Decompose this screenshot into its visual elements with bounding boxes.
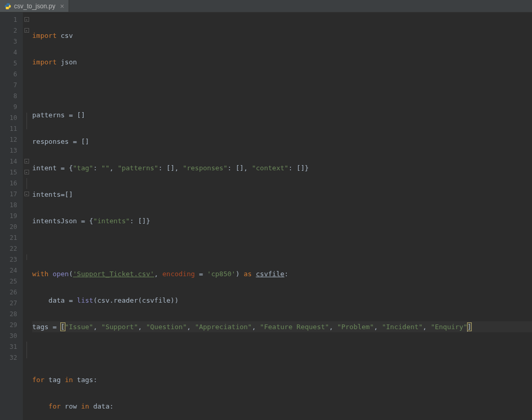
code-line: import csv <box>32 30 532 41</box>
file-tab[interactable]: csv_to_json.py × <box>0 0 69 12</box>
fold-row <box>23 113 30 124</box>
fold-row <box>23 145 30 156</box>
line-number: 21 <box>0 233 22 243</box>
line-number: 2 <box>0 25 22 36</box>
line-number: 25 <box>0 276 22 287</box>
fold-column: ----- <box>23 12 30 420</box>
fold-row <box>23 124 30 134</box>
python-file-icon <box>4 3 11 10</box>
line-number: 6 <box>0 69 22 80</box>
line-number: 18 <box>0 200 22 211</box>
close-tab-icon[interactable]: × <box>60 3 64 10</box>
code-line <box>32 242 532 253</box>
code-line: intent = {"tag": "", "patterns": [], "re… <box>32 162 532 173</box>
tab-bar: csv_to_json.py × <box>0 0 532 12</box>
fold-row <box>23 80 30 91</box>
line-number: 32 <box>0 353 22 363</box>
fold-toggle-icon[interactable]: - <box>24 159 29 164</box>
fold-row <box>23 211 30 222</box>
line-number: 8 <box>0 91 22 102</box>
tab-filename: csv_to_json.py <box>14 3 55 10</box>
fold-row: - <box>23 156 30 167</box>
fold-row <box>23 243 30 254</box>
fold-row <box>23 342 30 353</box>
line-number: 24 <box>0 265 22 276</box>
line-number: 7 <box>0 80 22 91</box>
line-number: 11 <box>0 124 22 134</box>
code-line: responses = [] <box>32 136 532 147</box>
line-number: 28 <box>0 309 22 320</box>
fold-row <box>23 178 30 189</box>
code-line-active: tags = ["Issue", "Support", "Question", … <box>32 321 532 332</box>
fold-row <box>23 233 30 243</box>
fold-toggle-icon[interactable]: - <box>24 28 29 33</box>
fold-row: - <box>23 25 30 36</box>
line-number: 20 <box>0 222 22 233</box>
code-line: with open('Support_Ticket.csv', encoding… <box>32 268 532 279</box>
fold-row: - <box>23 15 30 25</box>
code-line: import json <box>32 57 532 67</box>
line-number: 15 <box>0 167 22 178</box>
fold-toggle-icon[interactable]: - <box>24 170 29 174</box>
code-line: for tag in tags: <box>32 374 532 385</box>
fold-row <box>23 69 30 80</box>
line-number: 23 <box>0 254 22 265</box>
fold-row <box>23 331 30 342</box>
fold-toggle-icon[interactable]: - <box>24 192 29 196</box>
fold-row <box>23 200 30 211</box>
code-area[interactable]: import csv import json patterns = [] res… <box>30 12 532 420</box>
code-editor[interactable]: 1234567891011121314151617181920212223242… <box>0 12 532 420</box>
code-line <box>32 83 532 94</box>
line-number: 10 <box>0 113 22 124</box>
fold-row <box>23 222 30 233</box>
fold-row <box>23 287 30 298</box>
line-number: 19 <box>0 211 22 222</box>
line-number: 3 <box>0 36 22 47</box>
fold-row <box>23 298 30 309</box>
line-number: 22 <box>0 243 22 254</box>
line-number: 29 <box>0 320 22 331</box>
code-line: intents=[] <box>32 189 532 200</box>
fold-row <box>23 47 30 58</box>
line-number: 31 <box>0 342 22 353</box>
code-line: intentsJson = {"intents": []} <box>32 215 532 226</box>
fold-toggle-icon[interactable]: - <box>24 17 29 22</box>
fold-row <box>23 58 30 69</box>
line-number: 5 <box>0 58 22 69</box>
fold-row <box>23 254 30 265</box>
line-number: 17 <box>0 189 22 200</box>
line-number: 26 <box>0 287 22 298</box>
fold-row: - <box>23 189 30 200</box>
code-line: data = list(csv.reader(csvfile)) <box>32 295 532 306</box>
fold-row <box>23 309 30 320</box>
line-number: 14 <box>0 156 22 167</box>
code-line: for row in data: <box>32 401 532 412</box>
fold-row <box>23 102 30 113</box>
code-line: patterns = [] <box>32 110 532 120</box>
line-number: 13 <box>0 145 22 156</box>
fold-row <box>23 353 30 363</box>
fold-row <box>23 36 30 47</box>
line-number: 16 <box>0 178 22 189</box>
line-number: 1 <box>0 15 22 25</box>
line-number: 9 <box>0 102 22 113</box>
line-number-gutter: 1234567891011121314151617181920212223242… <box>0 12 23 420</box>
code-line <box>32 348 532 359</box>
line-number: 27 <box>0 298 22 309</box>
fold-row <box>23 276 30 287</box>
line-number: 30 <box>0 331 22 342</box>
line-number: 12 <box>0 134 22 145</box>
fold-row: - <box>23 167 30 178</box>
fold-row <box>23 134 30 145</box>
line-number: 4 <box>0 47 22 58</box>
fold-row <box>23 320 30 331</box>
fold-row <box>23 91 30 102</box>
fold-row <box>23 265 30 276</box>
